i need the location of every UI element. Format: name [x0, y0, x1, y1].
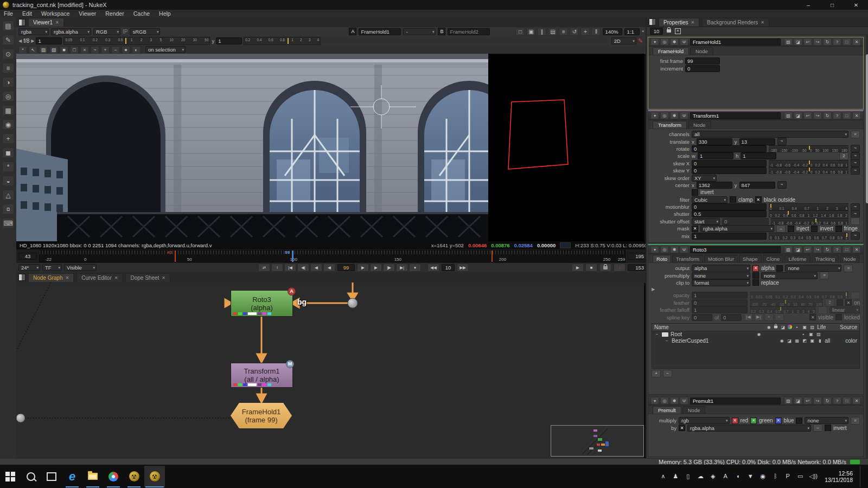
nvidia-icon[interactable]: ◉ [759, 473, 767, 480]
share-icon[interactable]: ◈ [709, 473, 717, 480]
node-framehold1[interactable]: FrameHold1 (frame 99) [231, 403, 292, 428]
loop-mode-button[interactable]: ⇄ [258, 264, 270, 272]
max-panels-field[interactable]: 10 [650, 28, 663, 35]
bw-icon[interactable]: ◪ [794, 246, 802, 253]
tree-row-beziercusped1[interactable]: ~ BezierCusped1 ◉ ◪ ▦ ◩ ▣ ▮ all color [652, 338, 859, 344]
nuke-taskbar-button[interactable]: ☢ [124, 466, 144, 487]
node-roto3[interactable]: Roto3 (alpha) A [231, 290, 293, 317]
scale-w-field[interactable]: 1 [698, 152, 733, 159]
close-tab-icon[interactable]: ✕ [55, 20, 59, 25]
node-color-icon[interactable]: ◎ [660, 112, 669, 119]
scale-h-field[interactable]: 1 [741, 152, 776, 159]
menu-item[interactable]: Cache [133, 10, 150, 17]
select-icon[interactable]: ↖ [29, 46, 37, 54]
close-tab-icon[interactable]: ✕ [761, 20, 764, 25]
pause-icon[interactable]: ‖ [591, 28, 601, 36]
menu-item[interactable]: Workspace [41, 10, 69, 17]
collapse-icon[interactable]: − [654, 332, 660, 337]
tab-premult[interactable]: Premult [653, 406, 681, 414]
out-marker[interactable] [492, 251, 493, 262]
node-name-field[interactable]: Roto3 [690, 246, 781, 253]
minimize-button[interactable]: – [796, 0, 820, 10]
outline-icon[interactable]: □ [70, 46, 79, 54]
tf-dropdown[interactable]: TF [42, 264, 62, 271]
remove-icon[interactable]: − [111, 46, 120, 54]
taskbar-clock[interactable]: 12:56 13/11/2018 [825, 470, 853, 483]
gizmo-icon[interactable]: Ψ [680, 112, 688, 119]
input-a-field[interactable]: FrameHold1 [359, 28, 401, 35]
layers-icon[interactable]: ≡ [559, 28, 568, 36]
mask-checkbox[interactable] [692, 226, 698, 232]
3d-icon[interactable]: ◼ [3, 148, 14, 157]
center-viewer-icon[interactable]: ▨ [784, 112, 793, 119]
collapse-icon[interactable]: ▾ [650, 112, 659, 119]
by-checkbox[interactable] [679, 425, 685, 431]
by-channel-dropdown[interactable]: rgba.alpha [687, 425, 811, 432]
gizmo-icon[interactable]: Ψ [680, 38, 688, 46]
center-viewer-icon[interactable]: ▨ [784, 397, 793, 404]
gain-next-icon[interactable]: ▶ [31, 38, 34, 43]
inject-checkbox[interactable] [788, 226, 794, 232]
alpha-channel-dropdown[interactable]: rgba.alpha [51, 28, 91, 35]
tab-curve-editor[interactable]: Curve Editor ✕ [76, 273, 123, 282]
shutter-slider[interactable]: 00.20.40.60.811.21.41.61.82 [769, 210, 848, 217]
splinekey-field[interactable]: 0 [692, 314, 712, 321]
fill-icon[interactable]: ■ [60, 46, 68, 54]
skewx-slider[interactable]: -1-0.8-0.6-0.4-0.200.20.40.60.81 [769, 160, 848, 167]
remove-shape-button[interactable]: − [663, 370, 672, 377]
layers-icon[interactable]: ▣ [809, 338, 815, 343]
feather-link-button[interactable]: 2 [825, 299, 834, 306]
help-icon[interactable]: ? [833, 397, 841, 404]
views-icon[interactable]: △ [3, 190, 14, 200]
animation-curve-icon[interactable]: ~ [851, 203, 860, 211]
close-button[interactable]: ✕ [844, 0, 868, 10]
fringe-checkbox[interactable] [835, 226, 842, 232]
animation-curve-icon[interactable]: ~ [851, 232, 860, 240]
redo-icon[interactable]: ↪ [813, 246, 822, 253]
tab-node-graph[interactable]: Node Graph ✕ [28, 273, 74, 282]
animation-curve-icon[interactable]: ~ [777, 138, 787, 145]
onedrive-icon[interactable]: ☁ [697, 473, 704, 480]
extra-checkbox[interactable] [796, 418, 802, 424]
minus-button[interactable]: – [813, 424, 822, 432]
tab-node[interactable]: Node [688, 121, 711, 129]
menu-item[interactable]: Render [105, 10, 124, 17]
channels-dropdown[interactable]: all [692, 131, 848, 138]
center-viewer-icon[interactable]: ▨ [784, 246, 793, 253]
feather-checkbox[interactable] [837, 299, 843, 306]
time-icon[interactable]: ⊙ [3, 49, 14, 59]
step-fwd-frames-button[interactable]: ▶▶ [457, 264, 469, 272]
step-back-frames-button[interactable]: ◀◀ [427, 264, 439, 272]
motionblur-slider[interactable]: 00.10.40.71234 [769, 203, 848, 210]
node-color-icon[interactable]: ◎ [660, 38, 669, 46]
skewy-slider[interactable]: -1-0.8-0.6-0.4-0.200.20.40.60.81 [769, 167, 848, 174]
center-viewer-icon[interactable]: ▨ [784, 38, 793, 46]
float-icon[interactable]: □ [843, 246, 851, 253]
settings-icon[interactable]: * [18, 46, 27, 54]
sync-icon[interactable]: ◖ [734, 473, 742, 480]
blank-button[interactable] [851, 292, 860, 299]
particles-icon[interactable]: * [3, 162, 14, 171]
prev-key-button[interactable]: |◀ [744, 313, 753, 321]
center-y-field[interactable]: 847 [739, 182, 775, 189]
help-icon[interactable]: ? [833, 38, 841, 46]
prev-keyframe-button[interactable]: ◀| [297, 264, 309, 272]
tab-dope-sheet[interactable]: Dope Sheet ✕ [125, 273, 170, 282]
opacity-slider[interactable]: 00.010.050.10.20.30.40.50.60.70.80.91 [750, 292, 848, 299]
nuke-active-taskbar-button[interactable]: ☢ [144, 466, 165, 487]
visible-checkbox[interactable] [809, 314, 816, 320]
eye-icon[interactable]: ◉ [779, 338, 784, 343]
menu-item[interactable]: Help [159, 10, 171, 17]
volume-icon[interactable]: ◁)) [809, 473, 816, 480]
float-icon[interactable]: □ [843, 38, 851, 46]
gain-prev-icon[interactable]: ◀ [18, 38, 22, 43]
animation-curve-icon[interactable]: ~ [851, 152, 860, 160]
help-icon[interactable]: ? [833, 112, 841, 119]
eq-button[interactable]: = [820, 272, 829, 279]
usb-icon[interactable]: ▯ [684, 473, 692, 480]
falloff-field[interactable]: 1 [692, 306, 748, 313]
skewy-field[interactable]: 0 [692, 167, 767, 174]
view-mode-dropdown[interactable]: 2D [611, 37, 636, 44]
deep-icon[interactable]: ◒ [3, 176, 14, 185]
add-icon[interactable]: + [101, 46, 110, 54]
